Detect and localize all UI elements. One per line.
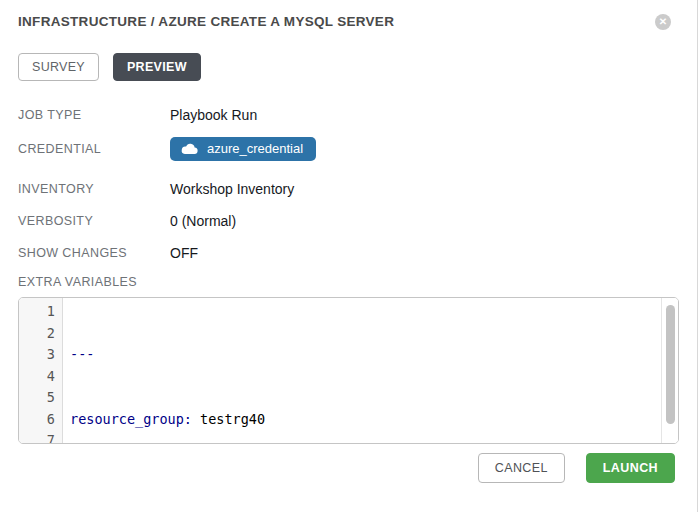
inventory-value: Workshop Inventory — [170, 181, 294, 197]
tab-survey[interactable]: SURVEY — [18, 53, 99, 81]
code-line: --- — [70, 344, 678, 366]
line-number: 2 — [19, 323, 55, 345]
extra-variables-editor[interactable]: 1 2 3 4 5 6 7 --- resource_group: testrg… — [18, 297, 679, 444]
modal-footer: CANCEL LAUNCH — [478, 453, 675, 483]
detail-row-job-type: JOB TYPE Playbook Run — [18, 105, 679, 125]
verbosity-value: 0 (Normal) — [170, 213, 236, 229]
job-details: JOB TYPE Playbook Run CREDENTIAL azure_c… — [18, 105, 679, 263]
credential-badge[interactable]: azure_credential — [170, 137, 316, 161]
detail-row-verbosity: VERBOSITY 0 (Normal) — [18, 211, 679, 231]
tab-bar: SURVEY PREVIEW — [18, 53, 679, 81]
show-changes-value: OFF — [170, 245, 198, 261]
editor-line-numbers: 1 2 3 4 5 6 7 — [19, 298, 63, 443]
cloud-icon — [181, 143, 198, 155]
editor-code: --- resource_group: testrg40 location: e… — [63, 298, 678, 443]
editor-scrollbar-thumb[interactable] — [666, 305, 675, 424]
launch-button[interactable]: LAUNCH — [586, 453, 675, 483]
cancel-button[interactable]: CANCEL — [478, 453, 565, 483]
line-number: 3 — [19, 344, 55, 366]
show-changes-label: SHOW CHANGES — [18, 246, 170, 260]
launch-preview-modal: INFRASTRUCTURE / AZURE CREATE A MYSQL SE… — [0, 0, 698, 512]
editor-scrollbar-track[interactable] — [661, 298, 678, 443]
close-icon[interactable]: ✕ — [655, 14, 671, 30]
inventory-label: INVENTORY — [18, 182, 170, 196]
credential-value: azure_credential — [170, 137, 316, 161]
modal-title: INFRASTRUCTURE / AZURE CREATE A MYSQL SE… — [18, 14, 394, 30]
job-type-label: JOB TYPE — [18, 108, 170, 122]
detail-row-show-changes: SHOW CHANGES OFF — [18, 243, 679, 263]
extra-variables-label: EXTRA VARIABLES — [18, 275, 679, 289]
tab-preview[interactable]: PREVIEW — [113, 53, 201, 81]
line-number: 7 — [19, 430, 55, 444]
line-number: 5 — [19, 387, 55, 409]
credential-badge-label: azure_credential — [207, 141, 303, 156]
code-line: resource_group: testrg40 — [70, 409, 678, 431]
line-number: 6 — [19, 409, 55, 431]
job-type-value: Playbook Run — [170, 107, 257, 123]
line-number: 1 — [19, 301, 55, 323]
detail-row-credential: CREDENTIAL azure_credential — [18, 137, 679, 161]
modal-header: INFRASTRUCTURE / AZURE CREATE A MYSQL SE… — [18, 14, 679, 30]
credential-label: CREDENTIAL — [18, 142, 170, 156]
detail-row-inventory: INVENTORY Workshop Inventory — [18, 179, 679, 199]
verbosity-label: VERBOSITY — [18, 214, 170, 228]
line-number: 4 — [19, 366, 55, 388]
